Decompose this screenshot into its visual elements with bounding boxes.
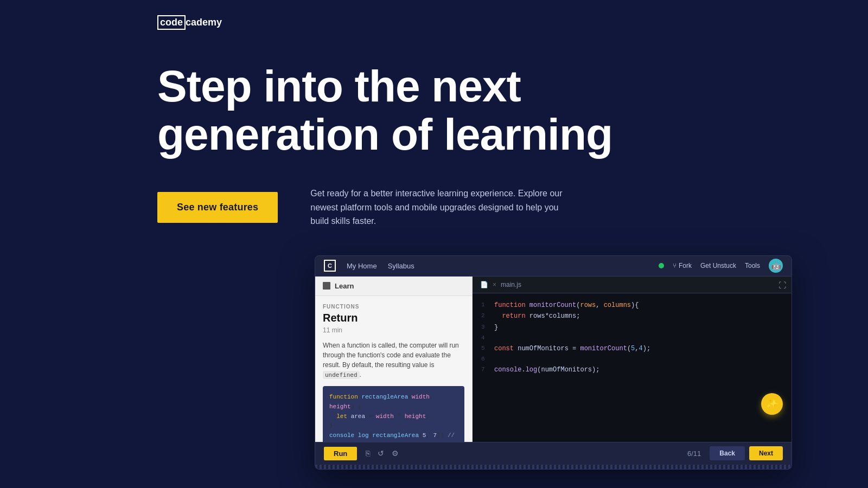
- tab-close-icon[interactable]: ×: [493, 281, 496, 288]
- ide-editor-tab: 📄 × main.js: [473, 277, 792, 293]
- ide-nav: My Home Syllabus: [347, 262, 414, 270]
- ide-bottom-decoration: [315, 465, 792, 469]
- ide-logo: C: [324, 260, 336, 272]
- ide-screenshot: C My Home Syllabus ⑂ Fork Get Unstuck To…: [315, 255, 792, 470]
- lesson-pagination: 6/11: [687, 450, 701, 458]
- tab-filename: main.js: [501, 281, 521, 288]
- ide-topbar: C My Home Syllabus ⑂ Fork Get Unstuck To…: [315, 256, 792, 277]
- next-button[interactable]: Next: [749, 446, 783, 460]
- learn-icon: [323, 282, 330, 290]
- logo-code: code: [157, 15, 186, 30]
- back-button[interactable]: Back: [710, 446, 745, 460]
- expand-icon[interactable]: ⛶: [778, 281, 786, 290]
- lesson-description: When a function is called, the computer …: [323, 341, 464, 380]
- ide-nav-syllabus[interactable]: Syllabus: [388, 262, 414, 270]
- code-line-6: 6: [473, 354, 792, 364]
- cta-row: See new features Get ready for a better …: [157, 187, 646, 228]
- fork-icon: ⑂: [673, 262, 676, 269]
- see-new-features-button[interactable]: See new features: [157, 192, 278, 223]
- ide-nav-myhome[interactable]: My Home: [347, 262, 377, 270]
- ide-editor-body: 1 function monitorCount(rows, columns){ …: [473, 293, 792, 442]
- ide-left-panel: Learn FUNCTIONS Return 11 min When a fun…: [315, 277, 473, 442]
- header: codecademy: [0, 0, 868, 30]
- code-line-5: 5 const numOfMonitors = monitorCount(5,4…: [473, 343, 792, 354]
- lesson-title: Return: [323, 312, 464, 324]
- copy-icon[interactable]: ⎘: [366, 449, 370, 458]
- fork-button[interactable]: ⑂ Fork: [673, 262, 692, 269]
- status-dot: [659, 263, 664, 268]
- learn-label: Learn: [335, 282, 354, 290]
- ai-assistant-button[interactable]: ✨: [761, 393, 783, 415]
- ide-lesson-content: FUNCTIONS Return 11 min When a function …: [315, 296, 472, 442]
- code-line-3: 3 }: [473, 322, 792, 333]
- code-line-2: 2 return rows*columns;: [473, 311, 792, 322]
- code-line-4: 4: [473, 333, 792, 343]
- refresh-icon[interactable]: ↺: [378, 449, 384, 458]
- hero-description: Get ready for a better interactive learn…: [310, 187, 571, 228]
- settings-icon[interactable]: ⚙: [392, 449, 399, 458]
- ide-topbar-right: ⑂ Fork Get Unstuck Tools 🤖: [659, 259, 783, 273]
- ide-editor-panel: 📄 × main.js 1 function monitorCount(rows…: [473, 277, 792, 442]
- logo: codecademy: [157, 15, 222, 30]
- ide-body: Learn FUNCTIONS Return 11 min When a fun…: [315, 277, 792, 442]
- ide-toolbar-icons: ⎘ ↺ ⚙: [366, 449, 399, 458]
- main-content: Step into the next generation of learnin…: [0, 30, 868, 470]
- lesson-time: 11 min: [323, 326, 464, 334]
- get-unstuck-button[interactable]: Get Unstuck: [700, 262, 736, 269]
- run-button[interactable]: Run: [324, 447, 357, 460]
- functions-label: FUNCTIONS: [323, 304, 464, 310]
- user-avatar: 🤖: [769, 259, 783, 273]
- code-line-1: 1 function monitorCount(rows, columns){: [473, 300, 792, 311]
- page-headline: Step into the next generation of learnin…: [157, 62, 618, 158]
- code-example: function rectangleArea(width, height) { …: [323, 386, 464, 442]
- ide-learn-header: Learn: [315, 277, 472, 296]
- tab-file-icon: 📄: [480, 281, 488, 288]
- code-line-7: 7 console.log(numOfMonitors);: [473, 364, 792, 375]
- logo-cademy: cademy: [186, 17, 222, 28]
- ide-bottom-bar: Run ⎘ ↺ ⚙ 6/11 Back Next: [315, 442, 792, 465]
- tools-button[interactable]: Tools: [745, 262, 760, 269]
- ide-nav-buttons: Back Next: [710, 446, 783, 460]
